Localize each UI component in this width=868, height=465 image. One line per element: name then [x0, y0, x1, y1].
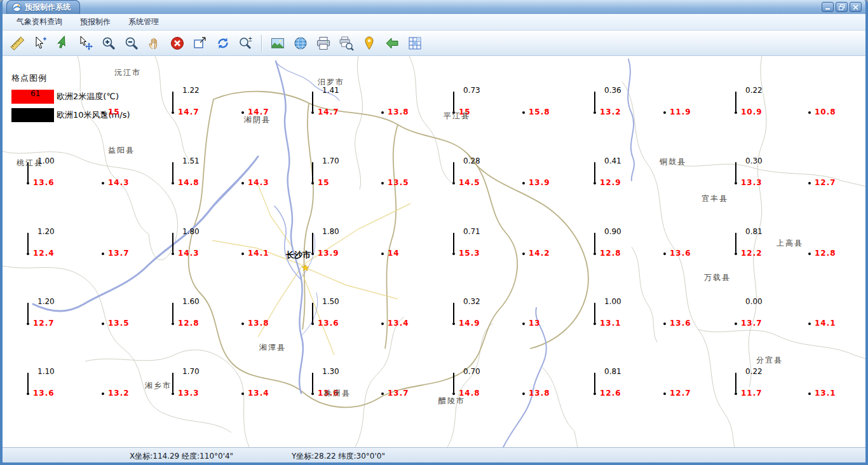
- tool-bar: ±: [3, 31, 865, 56]
- map-label: 株洲县: [324, 388, 351, 399]
- grid-matrix-icon[interactable]: [405, 34, 424, 53]
- zoom-in-icon[interactable]: [99, 34, 118, 53]
- menu-item-system-management[interactable]: 系统管理: [121, 14, 166, 30]
- select-green-arrow-icon[interactable]: [53, 34, 72, 53]
- select-arrow-icon[interactable]: [31, 34, 50, 53]
- menu-bar: 气象资料查询 预报制作 系统管理: [3, 14, 865, 31]
- app-icon: [12, 3, 22, 12]
- app-window: 预报制作系统 气象资料查询 预报制作 系统管理 ±: [0, 0, 868, 465]
- menu-item-forecast-production[interactable]: 预报制作: [72, 14, 118, 30]
- zoom-extent-icon[interactable]: [191, 34, 210, 53]
- zoom-out-icon[interactable]: [122, 34, 141, 53]
- pan-hand-icon[interactable]: [145, 34, 164, 53]
- map-label: 万载县: [704, 272, 731, 283]
- status-x-coordinate: X坐标:114.29 经度:110°0'4": [130, 451, 233, 462]
- print-icon[interactable]: [314, 34, 333, 53]
- refresh-icon[interactable]: [214, 34, 233, 53]
- map-canvas[interactable]: 格点图例 欧洲2米温度(℃) 欧洲10米风速(m/s) 151.2214.714…: [3, 56, 865, 447]
- map-label: 桃江县: [17, 158, 43, 169]
- title-bar[interactable]: 预报制作系统: [3, 0, 865, 14]
- map-label: 湘潭县: [259, 342, 286, 353]
- globe-icon[interactable]: [291, 34, 310, 53]
- map-label: 醴陵市: [438, 396, 465, 406]
- location-pin-icon[interactable]: [360, 34, 379, 53]
- map-label: 平江县: [444, 111, 470, 121]
- close-button[interactable]: [850, 2, 862, 12]
- zoom-scale-icon[interactable]: ±: [236, 34, 255, 53]
- map-label: 铜鼓县: [660, 156, 686, 167]
- status-y-coordinate: Y坐标:28.22 纬度:30°0'0": [292, 451, 385, 462]
- measure-icon[interactable]: [8, 34, 27, 53]
- back-arrow-icon[interactable]: [383, 34, 402, 53]
- map-label: 宜丰县: [702, 193, 728, 204]
- move-select-icon[interactable]: [76, 34, 95, 53]
- print-preview-icon[interactable]: [337, 34, 356, 53]
- window-title: 预报制作系统: [25, 2, 71, 13]
- stop-icon[interactable]: [168, 34, 187, 53]
- svg-text:±: ±: [248, 36, 252, 43]
- map-label: 沅江市: [114, 67, 141, 78]
- map-label: 上高县: [776, 238, 803, 249]
- toolbar-separator: [261, 35, 262, 52]
- image-icon[interactable]: [268, 34, 287, 53]
- map-label: 61: [31, 89, 40, 98]
- map-label: 分宜县: [756, 355, 783, 366]
- map-label: 湘乡市: [145, 380, 172, 391]
- status-bar: X坐标:114.29 经度:110°0'4" Y坐标:28.22 纬度:30°0…: [3, 447, 865, 462]
- map-label: 湘阴县: [244, 115, 271, 125]
- menu-item-weather-data-query[interactable]: 气象资料查询: [9, 14, 70, 30]
- minimize-button[interactable]: [822, 2, 834, 12]
- map-label: 汨罗市: [318, 77, 344, 88]
- changsha-star-icon: ★: [301, 262, 309, 274]
- map-label: 益阳县: [108, 145, 135, 156]
- restore-button[interactable]: [836, 2, 848, 12]
- title-tab: 预报制作系统: [6, 0, 80, 14]
- labels-layer: 沅江市汨罗市湘阴县平江县益阳县桃江县铜鼓县宜丰县上高县万载县长沙市湘潭县分宜县湘…: [3, 56, 865, 447]
- city-label: 长沙市: [286, 249, 311, 261]
